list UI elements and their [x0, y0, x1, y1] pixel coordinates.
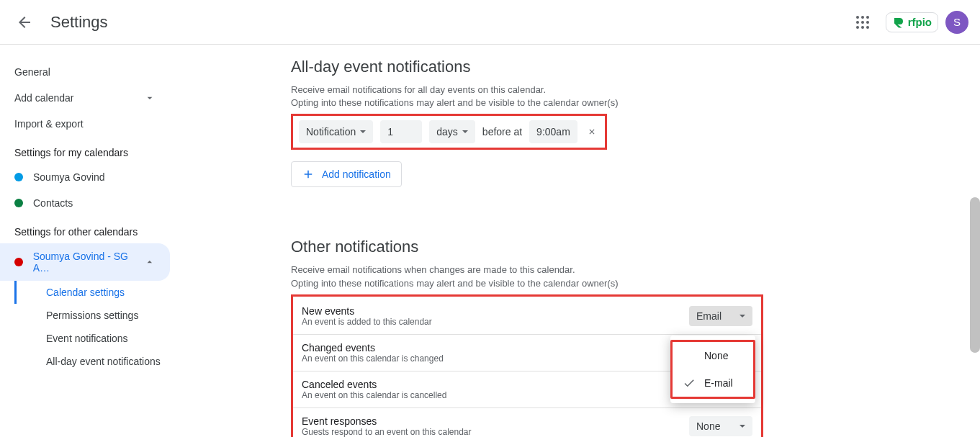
row-desc: Guests respond to an event on this calen… — [302, 427, 689, 437]
calendar-color-dot — [14, 199, 23, 207]
sidebar-label: Contacts — [33, 197, 73, 209]
dropdown-triangle-icon — [360, 130, 366, 133]
notification-time-select[interactable]: 9:00am — [529, 120, 577, 143]
calendar-color-dot — [14, 258, 23, 266]
dropdown-triangle-icon — [462, 130, 468, 133]
before-at-label: before at — [482, 126, 522, 138]
dropdown-triangle-icon — [740, 425, 745, 428]
sidebar-label: Soumya Govind - SG A… — [33, 251, 145, 274]
sidebar-calendar-sg-a[interactable]: Soumya Govind - SG A… — [0, 243, 170, 281]
page-title: Settings — [50, 13, 108, 32]
row-title: Event responses — [302, 415, 689, 427]
sidebar-label: Add calendar — [14, 92, 74, 104]
dropdown-option-none[interactable]: None — [673, 342, 753, 369]
unit-value: days — [436, 126, 458, 138]
rfpio-label: rfpio — [908, 16, 932, 28]
allday-desc-1: Receive email notifications for all day … — [291, 84, 951, 96]
option-label: E-mail — [704, 377, 733, 389]
sidebar-calendar-contacts[interactable]: Contacts — [0, 190, 170, 216]
sidebar-heading-other-calendars: Settings for other calendars — [0, 216, 184, 243]
sub-permissions-settings[interactable]: Permissions settings — [14, 304, 184, 327]
header: Settings rfpio S — [0, 0, 980, 45]
subitem-label: Permissions settings — [46, 310, 138, 321]
settings-sidebar: General Add calendar Import & export Set… — [0, 45, 184, 437]
subitem-label: All-day event notifications — [46, 356, 161, 367]
sub-calendar-settings[interactable]: Calendar settings — [14, 281, 184, 304]
other-desc-1: Receive email notifications when changes… — [291, 263, 951, 276]
row-title: New events — [302, 305, 689, 317]
row-desc: An event is added to this calendar — [302, 317, 689, 327]
calendar-color-dot — [14, 173, 23, 181]
chevron-up-icon — [144, 256, 156, 268]
dropdown-option-email[interactable]: E-mail — [673, 369, 753, 397]
add-notification-label: Add notification — [322, 168, 391, 180]
sidebar-label: Soumya Govind — [33, 171, 105, 183]
sidebar-item-general[interactable]: General — [0, 59, 170, 85]
svg-point-1 — [861, 16, 864, 19]
allday-notification-row-highlight: Notification days before at 9:00am — [291, 114, 607, 150]
allday-section-title: All-day event notifications — [291, 58, 951, 76]
add-notification-button[interactable]: Add notification — [291, 161, 402, 187]
other-notifications-highlight: New events An event is added to this cal… — [291, 294, 763, 437]
dropdown-triangle-icon — [740, 315, 745, 317]
sidebar-label: General — [14, 66, 50, 78]
check-icon — [683, 377, 696, 389]
time-value: 9:00am — [536, 126, 570, 138]
notification-unit-select[interactable]: days — [429, 120, 475, 143]
sidebar-item-import-export[interactable]: Import & export — [0, 111, 170, 137]
row-event-responses: Event responses Guests respond to an eve… — [293, 408, 761, 437]
svg-point-5 — [866, 21, 869, 24]
svg-point-4 — [861, 21, 864, 24]
svg-point-3 — [856, 21, 859, 24]
sub-event-notifications[interactable]: Event notifications — [14, 327, 184, 350]
rfpio-logo-icon — [892, 16, 905, 29]
plus-icon — [302, 168, 315, 181]
dropdown-highlight: None E-mail — [670, 340, 755, 399]
rfpio-extension-chip[interactable]: rfpio — [886, 12, 938, 32]
select-value: None — [696, 420, 720, 432]
account-avatar[interactable]: S — [945, 11, 968, 34]
other-desc-2: Opting into these notifications may aler… — [291, 277, 951, 290]
new-events-select[interactable]: Email — [689, 306, 752, 326]
method-value: Notification — [306, 126, 356, 138]
svg-point-2 — [866, 16, 869, 19]
svg-point-7 — [861, 26, 864, 29]
main-content: All-day event notifications Receive emai… — [184, 45, 980, 437]
subitem-label: Event notifications — [46, 333, 128, 344]
sidebar-heading-my-calendars: Settings for my calendars — [0, 137, 184, 164]
email-dropdown-menu: None E-mail — [670, 335, 755, 403]
scrollbar-thumb[interactable] — [970, 197, 980, 353]
option-label: None — [704, 350, 728, 361]
svg-point-0 — [856, 16, 859, 19]
svg-point-6 — [856, 26, 859, 29]
sidebar-item-add-calendar[interactable]: Add calendar — [0, 85, 170, 111]
select-value: Email — [696, 310, 721, 322]
sidebar-calendar-soumya[interactable]: Soumya Govind — [0, 164, 170, 190]
avatar-initial: S — [953, 16, 961, 28]
chevron-down-icon — [144, 92, 156, 104]
sub-all-day-notifications[interactable]: All-day event notifications — [14, 350, 184, 373]
row-new-events: New events An event is added to this cal… — [293, 298, 761, 335]
other-section-title: Other notifications — [291, 238, 951, 256]
notification-count-input[interactable] — [380, 120, 422, 143]
back-arrow-icon[interactable] — [16, 14, 33, 31]
subitem-label: Calendar settings — [46, 287, 125, 298]
remove-notification-icon[interactable] — [585, 125, 599, 139]
apps-grid-icon[interactable] — [854, 14, 871, 31]
notification-method-select[interactable]: Notification — [299, 120, 373, 143]
event-responses-select[interactable]: None — [689, 416, 752, 436]
sidebar-label: Import & export — [14, 118, 84, 130]
svg-point-8 — [866, 26, 869, 29]
allday-desc-2: Opting into these notifications may aler… — [291, 96, 951, 109]
